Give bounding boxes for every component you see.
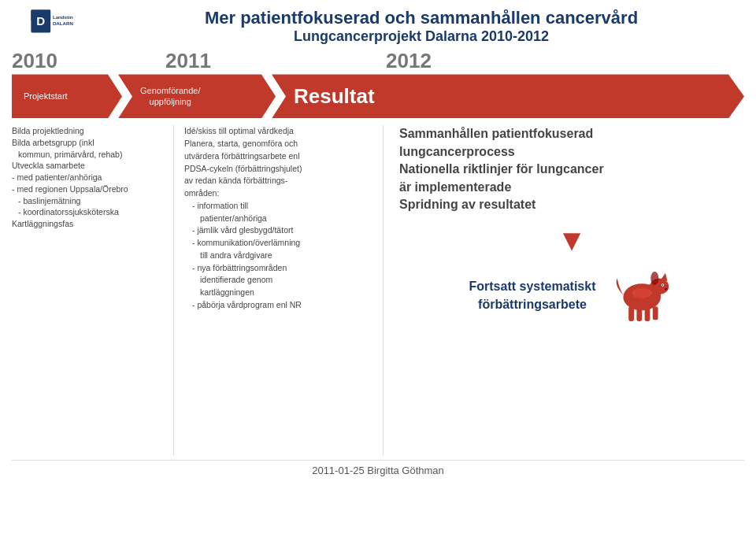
svg-text:D: D bbox=[36, 14, 45, 28]
svg-text:Landstinget: Landstinget bbox=[52, 14, 72, 20]
col-mid-line-7: - information till bbox=[184, 200, 372, 213]
svg-rect-11 bbox=[637, 307, 643, 322]
col-left-line-4: Utveckla samarbete bbox=[12, 160, 161, 172]
dala-horse-icon bbox=[607, 258, 674, 325]
col-right-bottom-line2: förbättringsarbete bbox=[469, 296, 596, 313]
col-left-line-8: - koordinatorssjuksköterska bbox=[12, 206, 161, 218]
col-right-top: Sammanhållen patientfokuserad lungcancer… bbox=[399, 125, 744, 213]
year-2011-label: 2011 bbox=[165, 49, 211, 73]
arrow-2011-label: Genomförande/ uppföljning bbox=[140, 85, 200, 108]
logo-icon: D Landstinget DALARNA bbox=[30, 9, 73, 44]
col-mid-line-4: PDSA-cykeln (förbättringshjulet) bbox=[184, 163, 372, 176]
svg-point-9 bbox=[651, 272, 659, 285]
col-mid-line-9: - jämlik vård glesbygd/tätort bbox=[184, 224, 372, 237]
col-left: Bilda projektledning Bilda arbetsgrupp (… bbox=[12, 125, 169, 456]
col-mid-line-14: kartläggningen bbox=[184, 287, 372, 299]
svg-point-16 bbox=[662, 284, 664, 286]
svg-rect-12 bbox=[645, 307, 650, 322]
svg-rect-13 bbox=[653, 307, 658, 320]
logo-area: D Landstinget DALARNA bbox=[16, 9, 87, 44]
svg-text:DALARNA: DALARNA bbox=[52, 20, 72, 26]
footer-text: 2011-01-25 Birgitta Göthman bbox=[312, 465, 444, 476]
col-mid-line-15: - påbörja vårdprogram enl NR bbox=[184, 299, 372, 312]
col-right-line-3: Nationella riktlinjer för lungcancer bbox=[399, 161, 744, 178]
footer: 2011-01-25 Birgitta Göthman bbox=[12, 460, 744, 479]
header-title: Mer patientfokuserad och sammanhållen ca… bbox=[102, 8, 740, 45]
col-mid-line-13: identifierade genom bbox=[184, 274, 372, 287]
header: D Landstinget DALARNA Mer patientfokuser… bbox=[0, 0, 756, 49]
timeline-years: 2010 2011 2012 bbox=[0, 49, 756, 72]
col-right-line-4: är implementerade bbox=[399, 179, 744, 196]
col-mid-line-6: områden: bbox=[184, 187, 372, 200]
arrow-2010-label: Projektstart bbox=[24, 91, 68, 102]
col-mid-line-11: till andra vårdgivare bbox=[184, 250, 372, 262]
col-left-line-7: - baslinjemätning bbox=[12, 195, 161, 207]
divider-1 bbox=[173, 125, 174, 456]
col-left-line-5: - med patienter/anhöriga bbox=[12, 172, 161, 183]
col-right-line-1: Sammanhållen patientfokuserad bbox=[399, 125, 744, 143]
col-left-line-9: Kartläggningsfas bbox=[12, 218, 161, 230]
svg-point-14 bbox=[632, 288, 653, 299]
arrow-2012: Resultat bbox=[272, 74, 744, 118]
main-title-line1: Mer patientfokuserad och sammanhållen ca… bbox=[102, 8, 740, 28]
col-left-line-2: Bilda arbetsgrupp (inkl bbox=[12, 137, 161, 149]
col-mid-line-5: av redan kända förbättrings- bbox=[184, 175, 372, 187]
col-mid: Idé/skiss till optimal vårdkedja Planera… bbox=[178, 125, 379, 456]
col-left-line-6: - med regionen Uppsala/Örebro bbox=[12, 183, 161, 195]
svg-rect-10 bbox=[629, 307, 635, 322]
main-title-line2: Lungcancerprojekt Dalarna 2010-2012 bbox=[102, 28, 740, 45]
col-mid-line-2: Planera, starta, genomföra och bbox=[184, 138, 372, 150]
col-left-line-1: Bilda projektledning bbox=[12, 125, 161, 137]
arrow-2010: Projektstart bbox=[12, 74, 122, 118]
arrow-2011: Genomförande/ uppföljning bbox=[118, 74, 276, 118]
year-2012-label: 2012 bbox=[386, 49, 432, 73]
year-2010-label: 2010 bbox=[12, 49, 57, 73]
down-arrow-icon: ▼ bbox=[557, 225, 587, 255]
col-right-bottom-line1: Fortsatt systematiskt bbox=[469, 278, 596, 295]
col-mid-line-1: Idé/skiss till optimal vårdkedja bbox=[184, 125, 372, 138]
divider-2 bbox=[383, 125, 384, 456]
col-right-line-5: Spridning av resultatet bbox=[399, 196, 744, 213]
col-mid-line-12: - nya förbättringsområden bbox=[184, 262, 372, 275]
svg-point-17 bbox=[665, 288, 668, 291]
col-right-line-2: lungcancerprocess bbox=[399, 143, 744, 161]
dala-area: ▼ Fortsatt systematiskt förbättringsarbe… bbox=[399, 225, 744, 325]
col-mid-line-3: utvärdera förbättringsarbete enl bbox=[184, 150, 372, 163]
page: D Landstinget DALARNA Mer patientfokuser… bbox=[0, 0, 756, 548]
col-right: Sammanhållen patientfokuserad lungcancer… bbox=[387, 125, 744, 456]
arrow-2012-label: Resultat bbox=[294, 84, 375, 109]
col-right-bottom: Fortsatt systematiskt förbättringsarbete bbox=[469, 278, 596, 313]
col-left-line-3: kommun, primärvård, rehab) bbox=[12, 149, 161, 161]
content-area: Bilda projektledning Bilda arbetsgrupp (… bbox=[0, 121, 756, 460]
svg-marker-8 bbox=[661, 273, 668, 281]
col-mid-line-8: patienter/anhöriga bbox=[184, 213, 372, 225]
col-mid-line-10: - kommunikation/överlämning bbox=[184, 237, 372, 250]
